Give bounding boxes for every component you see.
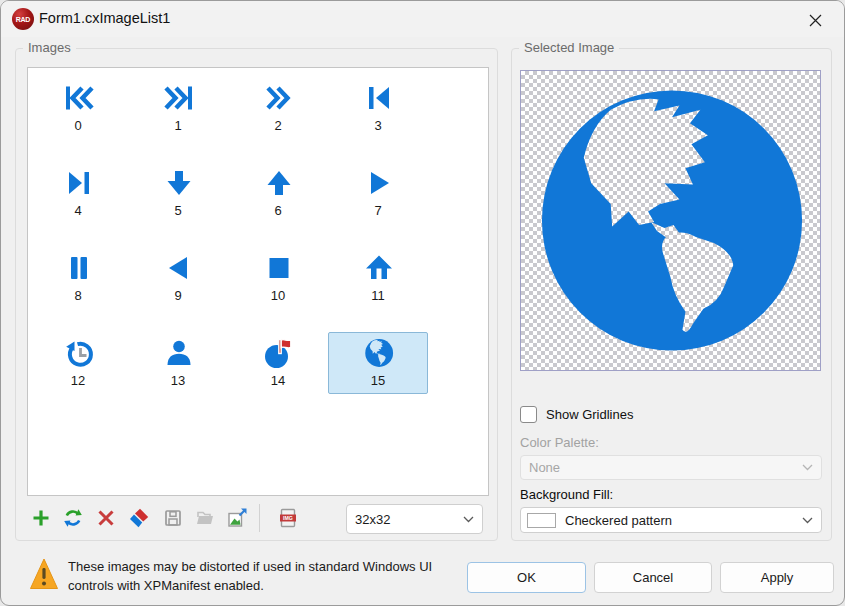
- stop-icon: [263, 252, 295, 284]
- image-item-7[interactable]: 7: [328, 162, 428, 224]
- selected-image-preview: [520, 70, 821, 371]
- image-item-11[interactable]: 11: [328, 247, 428, 309]
- image-index-label: 3: [329, 118, 427, 133]
- image-index-label: 7: [329, 203, 427, 218]
- image-index-label: 2: [229, 118, 327, 133]
- clear-images-button[interactable]: [129, 508, 149, 528]
- image-index-label: 1: [129, 118, 227, 133]
- chevron-down-icon: [463, 516, 474, 523]
- add-image-button[interactable]: [31, 508, 51, 528]
- skip-last-icon: [163, 82, 195, 114]
- fill-color-swatch: [527, 513, 556, 528]
- image-format-button[interactable]: IMG: [278, 508, 298, 528]
- save-images-button[interactable]: [163, 508, 183, 528]
- arrow-down-icon: [163, 167, 195, 199]
- image-item-6[interactable]: 6: [228, 162, 328, 224]
- warning-line-1: These images may be distorted if used in…: [68, 557, 488, 576]
- refresh-icon: [63, 508, 83, 528]
- image-item-4[interactable]: 4: [28, 162, 128, 224]
- image-index-label: 8: [29, 288, 127, 303]
- export-image-button[interactable]: [227, 508, 247, 528]
- image-index-label: 0: [29, 118, 127, 133]
- image-index-label: 6: [229, 203, 327, 218]
- image-item-9[interactable]: 9: [128, 247, 228, 309]
- chevron-down-icon: [802, 464, 813, 471]
- image-item-1[interactable]: 1: [128, 77, 228, 139]
- arrow-up-icon: [263, 167, 295, 199]
- background-fill-value: Checkered pattern: [565, 513, 672, 528]
- open-folder-icon: [195, 508, 215, 528]
- play-icon: [363, 167, 395, 199]
- image-size-value: 32x32: [355, 512, 390, 527]
- images-groupbox: Images 0 1 2 3 4: [15, 48, 498, 541]
- x-icon: [96, 508, 116, 528]
- image-index-label: 4: [29, 203, 127, 218]
- image-index-label: 13: [129, 373, 227, 388]
- show-gridlines-label: Show Gridlines: [546, 407, 633, 422]
- apply-button[interactable]: Apply: [720, 562, 834, 593]
- images-caption: Images: [23, 40, 76, 55]
- skip-first-icon: [63, 82, 95, 114]
- title-bar: RAD Form1.cxImageList1: [1, 1, 844, 37]
- selected-image-groupbox: Selected Image Show Gridlines Color Pale…: [511, 48, 832, 541]
- home-icon: [363, 252, 395, 284]
- previous-icon: [363, 82, 395, 114]
- image-size-combobox[interactable]: 32x32: [346, 504, 483, 534]
- rad-studio-icon: RAD: [12, 8, 34, 30]
- image-item-13[interactable]: 13: [128, 332, 228, 394]
- chevron-down-icon: [802, 517, 813, 524]
- image-item-8[interactable]: 8: [28, 247, 128, 309]
- ok-button[interactable]: OK: [467, 562, 586, 593]
- svg-text:IMG: IMG: [283, 515, 293, 521]
- load-images-button[interactable]: [195, 508, 215, 528]
- pause-icon: [63, 252, 95, 284]
- save-icon: [163, 508, 183, 528]
- delete-image-button[interactable]: [96, 508, 116, 528]
- window-title: Form1.cxImageList1: [39, 10, 170, 26]
- image-item-3[interactable]: 3: [328, 77, 428, 139]
- color-palette-value: None: [529, 460, 560, 475]
- image-index-label: 9: [129, 288, 227, 303]
- image-list[interactable]: 0 1 2 3 4 5: [27, 67, 489, 496]
- color-palette-label: Color Palette:: [520, 435, 599, 450]
- image-index-label: 10: [229, 288, 327, 303]
- show-gridlines-checkbox[interactable]: [520, 406, 537, 423]
- image-index-label: 11: [329, 288, 427, 303]
- export-image-icon: [227, 508, 247, 528]
- user-icon: [163, 337, 195, 369]
- image-item-15-selected[interactable]: 15: [328, 332, 428, 394]
- img-format-icon: IMG: [278, 508, 298, 528]
- next-icon: [63, 167, 95, 199]
- close-icon: [809, 14, 822, 27]
- image-item-12[interactable]: 12: [28, 332, 128, 394]
- warning-icon: [29, 557, 59, 595]
- flag-icon: [263, 337, 295, 369]
- image-index-label: 5: [129, 203, 227, 218]
- image-item-14[interactable]: 14: [228, 332, 328, 394]
- toolbar-separator: [259, 504, 260, 532]
- image-item-10[interactable]: 10: [228, 247, 328, 309]
- color-palette-combobox[interactable]: None: [520, 455, 822, 480]
- fast-forward-icon: [263, 82, 295, 114]
- replace-image-button[interactable]: [63, 508, 83, 528]
- image-list-editor-dialog: RAD Form1.cxImageList1 Images 0 1 2: [0, 0, 845, 606]
- globe-icon: [363, 337, 395, 369]
- image-item-2[interactable]: 2: [228, 77, 328, 139]
- image-index-label: 15: [329, 373, 427, 388]
- plus-icon: [31, 508, 51, 528]
- image-item-5[interactable]: 5: [128, 162, 228, 224]
- cancel-button[interactable]: Cancel: [594, 562, 712, 593]
- play-left-icon: [163, 252, 195, 284]
- warning-message: These images may be distorted if used in…: [68, 557, 488, 595]
- image-index-label: 14: [229, 373, 327, 388]
- globe-preview-icon: [521, 71, 820, 370]
- close-button[interactable]: [798, 8, 832, 32]
- history-icon: [63, 337, 95, 369]
- image-index-label: 12: [29, 373, 127, 388]
- background-fill-combobox[interactable]: Checkered pattern: [520, 507, 822, 533]
- image-item-0[interactable]: 0: [28, 77, 128, 139]
- eraser-icon: [129, 508, 149, 528]
- background-fill-label: Background Fill:: [520, 487, 613, 502]
- selected-image-caption: Selected Image: [519, 40, 619, 55]
- warning-line-2: controls with XPManifest enabled.: [68, 576, 488, 595]
